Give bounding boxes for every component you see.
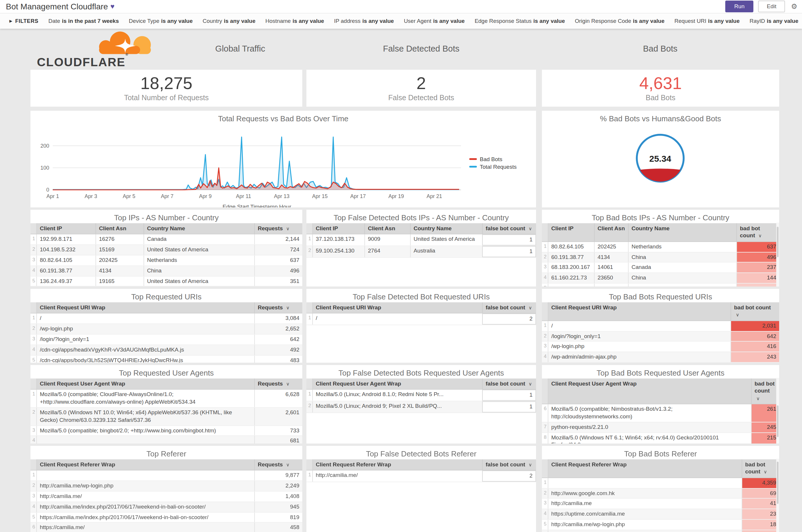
edit-button[interactable]: Edit [758, 1, 785, 12]
table-row: 6http://camilia.me/11 [542, 530, 779, 532]
scrollbar-thumb[interactable] [777, 462, 779, 504]
column-header-sorted[interactable]: bad bot count ∨ [751, 379, 779, 404]
row-number: 1 [306, 390, 313, 401]
filter-item[interactable]: Device Typeis any value [129, 18, 193, 24]
value-cell: 261 [751, 404, 779, 421]
filter-field: Origin Response Code [575, 18, 631, 24]
table-cell: 4134 [95, 266, 144, 276]
column-header-sorted[interactable]: false bot count ∨ [482, 223, 536, 234]
filter-condition: is any value [224, 18, 255, 24]
table-cell: Mozilla/5.0 (Linux; Android 9; Pixel 2 X… [313, 401, 482, 413]
column-header-sorted[interactable]: Requests ∨ [254, 302, 302, 313]
value-cell: 1 [482, 235, 536, 246]
table-tile-bad-bot-ips: Top Bad Bots IPs - AS Number - CountryCl… [542, 210, 779, 286]
scrollbar[interactable] [776, 378, 779, 443]
value-cell [737, 284, 779, 286]
column-header-sorted[interactable]: Requests ∨ [254, 223, 302, 234]
column-header-sorted[interactable]: bad bot count ∨ [730, 302, 779, 320]
table-cell: http://camilia.me/ [37, 492, 254, 501]
filter-item[interactable]: Edge Response Statusis any value [475, 18, 565, 24]
column-header[interactable]: Client Asn [594, 223, 628, 241]
filter-item[interactable]: Countryis any value [203, 18, 255, 24]
column-header[interactable]: Client Request User Agent Wrap [313, 379, 482, 390]
legend-item-total-requests[interactable]: Total Requests [469, 164, 534, 170]
column-header[interactable]: Country Name [144, 223, 254, 234]
column-header-sorted[interactable]: false bot count ∨ [482, 379, 536, 390]
column-header[interactable]: Country Name [410, 223, 482, 234]
table-cell: 136.24.49.37 [37, 276, 95, 286]
filter-field: IP address [334, 18, 361, 24]
svg-text:25.34: 25.34 [649, 154, 671, 164]
row-number: 5 [542, 520, 548, 530]
table-cell: China [628, 273, 737, 283]
column-header[interactable]: Client Request Referer Wrap [548, 459, 742, 477]
table-cell: python-requests/2.21.0 [548, 422, 751, 432]
column-header-sorted[interactable]: Requests ∨ [254, 459, 302, 470]
table-cell [37, 471, 254, 481]
scrollbar-thumb[interactable] [777, 226, 779, 257]
column-header[interactable]: Client Request User Agent Wrap [37, 379, 254, 390]
column-header[interactable]: Client IP [313, 223, 364, 234]
column-header[interactable]: Client Request URI Wrap [548, 302, 730, 320]
table-cell: Mozilla/5.0 (Windows NT 6.1; Win64; x64;… [548, 433, 751, 443]
column-header[interactable]: Client Asn [364, 223, 410, 234]
value-cell: 351 [254, 276, 302, 286]
filter-item[interactable]: Dateis in the past 7 weeks [48, 18, 119, 24]
filter-condition: is any value [161, 18, 193, 24]
column-header-sorted[interactable]: false bot count ∨ [482, 459, 536, 470]
row-number: 6 [31, 523, 37, 532]
filter-item[interactable]: Hostnameis any value [265, 18, 324, 24]
table-cell: 60.191.38.77 [37, 266, 95, 276]
filter-item[interactable]: Origin Response Codeis any value [575, 18, 665, 24]
legend-item-bad-bots[interactable]: Bad Bots [469, 156, 534, 162]
value-cell: 483 [254, 355, 302, 363]
row-number-header [306, 302, 313, 313]
row-number: 2 [542, 488, 548, 498]
data-table: Client Request User Agent WrapRequests ∨… [31, 379, 302, 443]
scrollbar[interactable] [776, 459, 779, 532]
run-button[interactable]: Run [726, 1, 753, 12]
filter-item[interactable]: IP addressis any value [334, 18, 394, 24]
filter-item[interactable]: RayIDis any value [749, 18, 799, 24]
scrollbar-thumb[interactable] [777, 405, 779, 437]
column-header[interactable]: Client IP [548, 223, 594, 241]
filter-item[interactable]: Request URIis any value [674, 18, 740, 24]
table-row: 5https://camilia.me/index.php/2017/06/17… [31, 512, 302, 523]
column-header[interactable]: Client Asn [95, 223, 144, 234]
data-table: Client Request URI Wrapfalse bot count ∨… [306, 302, 536, 325]
kpi-total-requests: 18,275 Total Number of Requests [31, 70, 302, 107]
filter-item[interactable]: User Agentis any value [404, 18, 465, 24]
table-row: 461.160.221.7323650China144 [542, 273, 779, 284]
row-number: 4 [542, 352, 548, 362]
table-cell: http://camilia.me/index.php/2017/06/17/w… [37, 502, 254, 512]
column-header[interactable]: Client Request URI Wrap [313, 302, 482, 313]
table-row: 2http://www.google.com.hk69 [542, 488, 779, 499]
sort-desc-icon: ∨ [286, 462, 290, 468]
column-header[interactable]: Country Name [628, 223, 737, 241]
table-row: 1http://camilia.me/2 [306, 471, 536, 482]
column-header[interactable]: Client Request User Agent Wrap [548, 379, 751, 404]
data-table: Client Request URI Wrapbad bot count ∨1/… [542, 302, 779, 363]
row-number: 5 [31, 512, 37, 522]
table-title: Top Bad Bots Requested URIs [542, 289, 779, 302]
row-number: 5 [31, 276, 37, 286]
column-header-sorted[interactable]: bad bot count ∨ [737, 223, 779, 241]
filter-field: RayID [749, 18, 765, 24]
column-header[interactable]: Client Request Referer Wrap [313, 459, 482, 470]
value-cell: 1 [482, 401, 536, 413]
column-header-sorted[interactable]: Requests ∨ [254, 379, 302, 390]
filters-expander[interactable]: ▶ FILTERS [9, 18, 38, 24]
sort-desc-icon: ∨ [758, 233, 762, 239]
kpi-value: 2 [417, 74, 426, 92]
gear-icon[interactable]: ⚙ [791, 2, 797, 11]
legend-label: Total Requests [480, 164, 517, 170]
scrollbar[interactable] [776, 223, 779, 286]
kpi-label: Bad Bots [646, 94, 675, 102]
column-header-sorted[interactable]: false bot count ∨ [482, 302, 536, 313]
table-cell: /wp-admin/admin-ajax.php [548, 352, 730, 362]
column-header[interactable]: Client IP [37, 223, 95, 234]
column-header[interactable]: Client Request Referer Wrap [37, 459, 254, 470]
column-header[interactable]: Client Request URI Wrap [37, 302, 254, 313]
sort-desc-icon: ∨ [529, 381, 532, 387]
column-header-sorted[interactable]: bad bot count ∨ [742, 459, 779, 477]
